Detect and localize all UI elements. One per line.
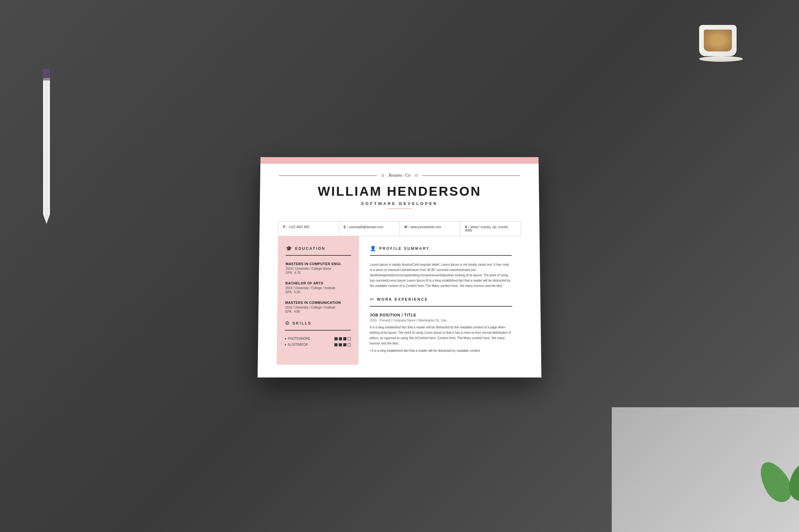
work-title: WORK EXPERIENCE — [377, 297, 428, 301]
dot-filled — [339, 337, 342, 340]
contact-address: A :street / country, zip, country 4568 — [460, 222, 520, 236]
pencil-eraser — [43, 69, 50, 78]
skill-dots-2 — [334, 343, 350, 346]
dot-filled — [339, 343, 342, 346]
header-logo-line: Resume / Co — [279, 173, 520, 178]
edu-degree-2: BACHELOR OF ARTS — [285, 281, 351, 285]
job-desc-2: • It is a long established fact that a r… — [369, 348, 513, 353]
education-icon: 🎓 — [286, 245, 292, 251]
skill-dots-1 — [334, 337, 351, 340]
edu-gpa-1: GPA : 4.75 — [286, 271, 351, 274]
header-circle-right — [415, 174, 418, 176]
pencil-tip — [43, 214, 50, 224]
job-item-1: JOB POSITION / TITLE 2016 - Present | Co… — [369, 313, 513, 353]
left-column: 🎓 EDUCATION MASTERS IN COMPUTER ENGI. 20… — [276, 236, 359, 364]
profile-heading: 👤 PROFILE SUMMARY — [370, 245, 511, 251]
skill-item-2: ILLISTRATOR — [285, 343, 351, 346]
edu-item-1: MASTERS IN COMPUTER ENGI. 2014 / Univers… — [286, 262, 351, 274]
edu-gpa-2: GPA : 5.00 — [285, 290, 351, 294]
resume-header: Resume / Co WILLIAM HENDERSON SOFTWARE D… — [278, 164, 521, 221]
education-title: EDUCATION — [295, 246, 325, 250]
pencil-body — [43, 80, 50, 214]
contact-bar: P :+123 4567 893 E :yourmailid@domain.co… — [278, 221, 521, 236]
cup-coffee — [704, 30, 732, 52]
cup-outer — [699, 25, 737, 56]
edu-degree-3: MASTERS IN COMMUNICATION — [285, 301, 351, 304]
skill-bullet-1 — [285, 338, 286, 339]
job-title-1: JOB POSITION / TITLE — [370, 313, 512, 317]
pink-accent-top — [260, 157, 539, 164]
skill-bullet-2 — [285, 344, 286, 345]
header-circle-left — [381, 174, 384, 176]
dot-filled — [343, 343, 346, 346]
coffee-cup-decoration — [699, 25, 743, 62]
edu-school-1: 2014 / University / College Name — [286, 267, 351, 270]
contact-website: W :www.yourwebsite.com — [399, 222, 460, 236]
skill-name-2: ILLISTRATOR — [285, 343, 308, 346]
skills-title: SKILLS — [292, 321, 311, 325]
address-label: A : — [465, 225, 469, 229]
edu-gpa-3: GPA : 4.80 — [285, 310, 351, 313]
website-label: W : — [404, 225, 409, 229]
edu-item-3: MASTERS IN COMMUNICATION 2018 / Universi… — [285, 301, 351, 313]
website-value: www.yourwebsite.com — [411, 225, 441, 229]
job-detail-1: 2016 - Present | Company Name | Washingt… — [370, 318, 512, 322]
dot-empty — [348, 337, 351, 340]
edu-school-3: 2018 / University / College / Institute — [285, 306, 351, 309]
candidate-name: WILLIAM HENDERSON — [278, 184, 520, 198]
contact-email: E :yourmailid@domain.com — [339, 222, 399, 236]
resume-body: 🎓 EDUCATION MASTERS IN COMPUTER ENGI. 20… — [276, 236, 522, 364]
work-icon: ✂ — [370, 296, 374, 302]
edu-item-2: BACHELOR OF ARTS 2018 / University / Col… — [285, 281, 351, 294]
skills-icon: ⚙ — [285, 320, 289, 326]
dot-filled — [334, 337, 338, 340]
profile-divider — [370, 255, 512, 256]
logo-text: Resume / Co — [388, 173, 411, 178]
cup-saucer — [699, 56, 743, 62]
skill-item-1: PHOTOSHOPE — [285, 337, 351, 340]
right-column: 👤 PROFILE SUMMARY Lorem Ipsum is simply … — [359, 236, 523, 364]
dot-filled — [343, 337, 346, 340]
dot-empty — [348, 343, 351, 346]
title-underline — [387, 208, 412, 209]
email-label: E : — [344, 225, 348, 229]
work-divider — [370, 306, 512, 306]
address-value: street / country, zip, country 4568 — [465, 225, 508, 232]
profile-icon: 👤 — [370, 245, 376, 251]
work-heading: ✂ WORK EXPERIENCE — [370, 296, 512, 302]
dot-filled — [334, 343, 338, 346]
email-value: yourmailid@domain.com — [349, 225, 383, 229]
skill-name-1: PHOTOSHOPE — [285, 337, 310, 340]
skills-divider — [285, 330, 351, 330]
education-heading: 🎓 EDUCATION — [286, 245, 351, 251]
edu-degree-1: MASTERS IN COMPUTER ENGI. — [286, 262, 351, 266]
phone-value: +123 4567 893 — [288, 225, 309, 229]
job-desc-1: It is a long established fact that a rea… — [369, 324, 512, 346]
profile-text: Lorem Ipsum is simply dummyContr popular… — [370, 262, 512, 288]
contact-phone: P :+123 4567 893 — [278, 222, 339, 236]
education-divider — [286, 255, 351, 256]
skills-heading: ⚙ SKILLS — [285, 320, 351, 326]
candidate-title: SOFTWARE DEVELOPER — [278, 201, 521, 206]
pencil-decoration — [42, 69, 51, 225]
profile-title: PROFILE SUMMARY — [379, 246, 430, 250]
phone-label: P : — [283, 225, 287, 229]
edu-school-2: 2018 / University / College / Institute — [285, 286, 351, 290]
pencil-band — [43, 78, 50, 80]
resume-document: Resume / Co WILLIAM HENDERSON SOFTWARE D… — [257, 157, 541, 377]
resume-content: Resume / Co WILLIAM HENDERSON SOFTWARE D… — [257, 164, 541, 377]
